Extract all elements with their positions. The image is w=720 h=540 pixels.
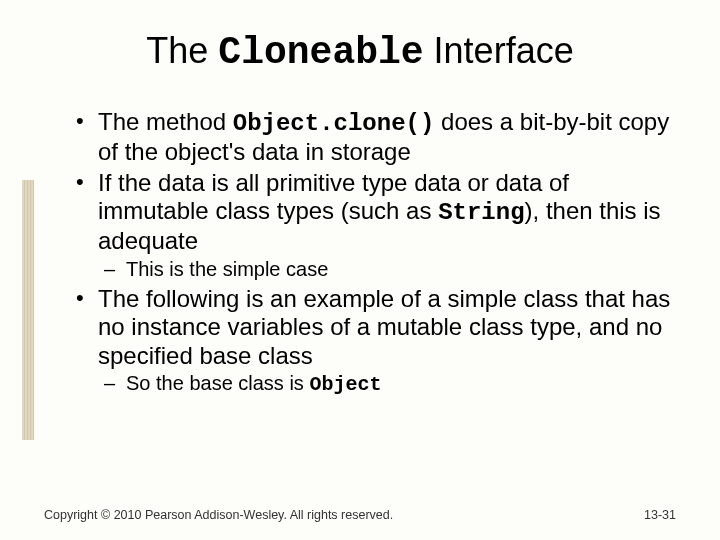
bullet-text: The method bbox=[98, 108, 233, 135]
code-text: String bbox=[438, 199, 524, 226]
sub-bullet-list: So the base class is Object bbox=[98, 372, 676, 397]
bullet-list: The method Object.clone() does a bit-by-… bbox=[70, 108, 676, 397]
bullet-item: The method Object.clone() does a bit-by-… bbox=[70, 108, 676, 167]
sub-bullet-list: This is the simple case bbox=[98, 258, 676, 282]
slide-content: The method Object.clone() does a bit-by-… bbox=[44, 108, 676, 397]
side-stripe-decoration bbox=[22, 180, 34, 440]
bullet-text: The following is an example of a simple … bbox=[98, 285, 670, 369]
title-code: Cloneable bbox=[218, 31, 423, 74]
sub-bullet-text: So the base class is bbox=[126, 372, 309, 394]
sub-bullet-text: This is the simple case bbox=[126, 258, 328, 280]
copyright-text: Copyright © 2010 Pearson Addison-Wesley.… bbox=[44, 508, 393, 522]
sub-bullet-item: This is the simple case bbox=[98, 258, 676, 282]
title-prefix: The bbox=[146, 30, 218, 71]
slide: The Cloneable Interface The method Objec… bbox=[0, 0, 720, 540]
sub-bullet-item: So the base class is Object bbox=[98, 372, 676, 397]
slide-footer: Copyright © 2010 Pearson Addison-Wesley.… bbox=[44, 508, 676, 522]
code-text: Object.clone() bbox=[233, 110, 435, 137]
slide-title: The Cloneable Interface bbox=[44, 30, 676, 74]
bullet-item: If the data is all primitive type data o… bbox=[70, 169, 676, 282]
page-number: 13-31 bbox=[644, 508, 676, 522]
bullet-item: The following is an example of a simple … bbox=[70, 285, 676, 397]
code-text: Object bbox=[309, 373, 381, 396]
title-suffix: Interface bbox=[424, 30, 574, 71]
